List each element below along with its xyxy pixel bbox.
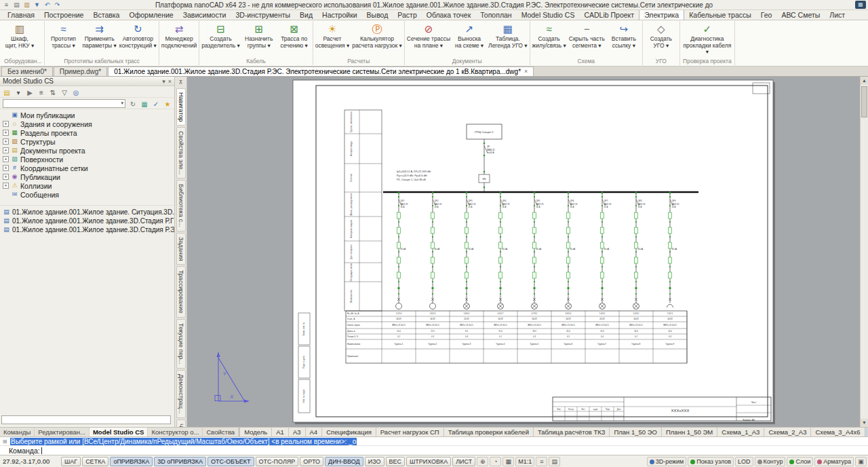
command-line[interactable]: Команда: [0, 445, 868, 455]
status-toggle-орто[interactable]: ОРТО [300, 457, 323, 466]
pin-icon[interactable]: ⊼ [176, 78, 186, 87]
history-icon[interactable]: ◔ [490, 457, 501, 466]
status-toggle-штриховка[interactable]: ШТРИХОВКА [406, 457, 451, 466]
fullscreen-icon[interactable]: ▣ [855, 457, 867, 466]
redo-icon[interactable]: ↷ [53, 1, 62, 9]
автоповтор-конструкций-button[interactable]: ↻Автоповтор конструкций ▾ [118, 21, 158, 49]
назначить-группы-button[interactable]: ⊞Назначить группы ▾ [241, 21, 277, 49]
new-file-icon[interactable]: ▤ [12, 1, 21, 9]
scroll-down-icon[interactable]: ▼ [861, 419, 868, 427]
status-toggle-сетка[interactable]: СЕТКА [82, 457, 108, 466]
layout-tab-модель[interactable]: Модель [240, 428, 272, 436]
скрыть-часть-сегмента-button[interactable]: −Скрыть часть сегмента ▾ [568, 21, 606, 49]
panel-close-icon[interactable]: × [168, 78, 172, 85]
side-tab-библиотека-с[interactable]: Библиотека с... [176, 180, 186, 231]
vertical-scrollbar[interactable]: ▲ ▼ [860, 77, 868, 427]
menu-tab-оформление[interactable]: Оформление [124, 10, 178, 20]
panel-filter-input[interactable] [1, 415, 171, 424]
tree-item-документы-проекта[interactable]: +▤Документы проекта [0, 146, 174, 155]
expand-icon[interactable]: + [3, 183, 9, 189]
прототип-трассы-button[interactable]: ≈Прототип трассы ▾ [45, 21, 81, 49]
doc-tab-пример-dwg[interactable]: Пример.dwg* [54, 67, 107, 76]
menu-tab-растр[interactable]: Растр [393, 10, 421, 20]
crosshair-icon[interactable]: ⊕ [477, 457, 488, 466]
menu-tab-построение[interactable]: Построение [39, 10, 88, 20]
status-toggle-lod[interactable]: LOD [735, 457, 753, 466]
sort-icon[interactable]: ⇅ [47, 87, 58, 97]
menu-tab-топоплан[interactable]: Топоплан [475, 10, 516, 20]
save-icon[interactable]: ▼ [33, 1, 41, 9]
window-menu-icon[interactable]: ▦ [855, 1, 866, 9]
расчет-освещения-button[interactable]: ☀Расчет освещения ▾ [314, 21, 351, 49]
калькулятор-нагрузок-button[interactable]: ⓅКалькулятор расчета нагрузок ▾ [351, 21, 403, 49]
lineweight-icon[interactable]: ≡ [536, 457, 547, 466]
menu-tab-вставка[interactable]: Вставка [88, 10, 124, 20]
sync-icon[interactable]: ↻ [127, 98, 138, 109]
side-tab-навигатор[interactable]: Навигатор [176, 88, 186, 126]
grid-toggle-icon[interactable]: ▦ [502, 457, 514, 466]
status-toggle-контур[interactable]: Контур [755, 457, 786, 466]
command-options-icon[interactable]: ⊞ [1, 438, 8, 445]
шкаф-щит-нку-button[interactable]: ▥Шкаф, щит, НКУ ▾ [2, 21, 37, 49]
tree-item-структуры[interactable]: +▧Структуры [0, 137, 174, 146]
undo-icon[interactable]: ↶ [43, 1, 52, 9]
layout-tab-а4[interactable]: А4 [306, 428, 323, 436]
side-tab-демонстрац[interactable]: Демонстрац... [176, 370, 186, 418]
layout-tab-расчет-нагрузок-сп[interactable]: Расчет нагрузок СП [376, 428, 444, 436]
вставить-ссылку-button[interactable]: ↪Вставить ссылку ▾ [606, 21, 642, 49]
status-toggle-опривязка[interactable]: оПРИВЯЗКА [110, 457, 153, 466]
units-icon[interactable]: ▤ [549, 457, 560, 466]
panel-tab-редактирован[interactable]: Редактирован... [35, 428, 90, 436]
doc-tab-01-жилое-здание-001-жилое-здание-3d-стад[interactable]: 01.Жилое здание.001.Жилое здание.3D.Стад… [108, 67, 534, 76]
side-tab-трассирование[interactable]: Трассирование [176, 266, 186, 318]
status-toggle-слои[interactable]: Слои [787, 457, 813, 466]
side-tab-чат[interactable]: Чат [176, 419, 186, 427]
layout-tab-планн-1-50-эм[interactable]: Планн 1_50 ЭМ [662, 428, 717, 436]
menu-tab-гео[interactable]: Гео [756, 10, 777, 20]
layout-tab-спецификация[interactable]: Спецификация [322, 428, 376, 436]
scrollbar-thumb[interactable] [861, 86, 867, 117]
status-toggle-изо[interactable]: ИЗО [365, 457, 384, 466]
status-toggle-показ-узлов[interactable]: Показ узлов [688, 457, 734, 466]
сечение-трассы-button[interactable]: ⊘Сечение трассы на плане ▾ [406, 21, 452, 49]
doc-tab-без-имени0[interactable]: Без имени0* [1, 67, 53, 76]
filter-icon[interactable]: ▽ [59, 87, 70, 97]
tree-item-коллизии[interactable]: +⚠Коллизии [0, 181, 174, 190]
menu-tab-электрика[interactable]: Электрика [639, 10, 684, 20]
status-toggle-дин-ввод[interactable]: ДИН-ВВОД [325, 457, 363, 466]
layout-tab-схема-2-а3[interactable]: Схема_2_А3 [764, 428, 811, 436]
создать-жилу-связь-button[interactable]: ≈Создать жилу/связь ▾ [531, 21, 568, 49]
publication-filter-combo[interactable]: ▾ [3, 99, 125, 108]
layout-tab-таблица-проверки-кабелей[interactable]: Таблица проверки кабелей [444, 428, 534, 436]
status-toggle-шаг[interactable]: ШАГ [61, 457, 81, 466]
выноска-на-схеме-button[interactable]: ↗Выноска на схеме ▾ [452, 21, 487, 49]
layout-tab-схема-1-а3[interactable]: Схема_1_А3 [717, 428, 764, 436]
app-menu-icon[interactable]: ≡ [2, 1, 11, 9]
status-toggle-арматура[interactable]: Арматура [814, 457, 854, 466]
apply-icon[interactable]: ✓ [151, 98, 161, 109]
play-icon[interactable]: ▶ [24, 87, 35, 97]
menu-tab-вывод[interactable]: Вывод [362, 10, 393, 20]
annotation-scale[interactable]: М1:1 [515, 457, 534, 466]
трасса-по-сечению-button[interactable]: ⊠Трасса по сечению ▾ [277, 21, 312, 49]
tree-item-координатные-сетки[interactable]: +#Координатные сетки [0, 164, 174, 172]
publish-icon[interactable]: ▤ [1, 87, 12, 97]
publication-item-3[interactable]: ▤01.Жилое здание.001.Жилое здание.3D.Ста… [0, 225, 174, 234]
status-toggle-отс-поляр[interactable]: ОТС-ПОЛЯР [256, 457, 299, 466]
menu-tab-3d-инструменты[interactable]: 3D-инструменты [231, 10, 295, 20]
layout-tab-схема-3-а4х6[interactable]: Схема_3_А4х6 [811, 428, 865, 436]
publication-item-2[interactable]: ▤01.Жилое здание.001.Жилое здание.3D.Ста… [0, 217, 174, 225]
menu-tab-cadlib-проект[interactable]: CADLib Проект [579, 10, 639, 20]
tree-item-мои-публикации[interactable]: ▣Мои публикации [0, 111, 174, 119]
search-icon[interactable]: ◎ [71, 87, 81, 97]
expand-icon[interactable]: + [3, 174, 9, 180]
scroll-up-icon[interactable]: ▲ [861, 77, 868, 85]
side-tab-текущие-пер[interactable]: Текущие пер... [176, 319, 186, 369]
favorites-icon[interactable]: ★ [162, 98, 173, 109]
создать-разделитель-button[interactable]: ⊟Создать разделитель ▾ [200, 21, 241, 49]
status-toggle-отс-объект[interactable]: ОТС-ОБЪЕКТ [208, 457, 254, 466]
menu-tab-облака-точек[interactable]: Облака точек [422, 10, 475, 20]
drawing-canvas[interactable]: Группа, обозначениеАппарат вводаСчётчикШ… [187, 77, 868, 427]
диагностика-кабеля-button[interactable]: ✓Диагностика прокладки кабеля ▾ [681, 21, 734, 56]
menu-tab-авс-сметы[interactable]: АВС Сметы [776, 10, 825, 20]
